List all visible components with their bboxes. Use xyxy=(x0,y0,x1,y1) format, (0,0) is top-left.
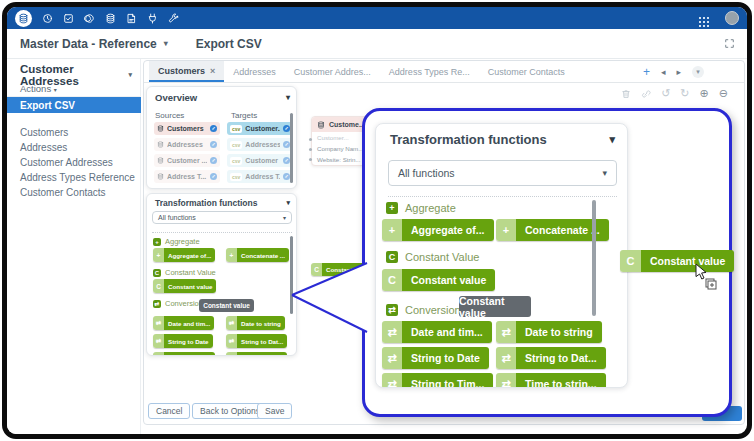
function-filter-select[interactable]: All functions▾ xyxy=(388,160,617,186)
tab-menu-icon[interactable]: ▾ xyxy=(692,66,704,78)
source-row-customers[interactable]: Customers✓ xyxy=(154,122,220,135)
app-grid-icon[interactable] xyxy=(699,17,701,19)
document-edit-icon[interactable] xyxy=(126,13,137,24)
function-chip-constant-value[interactable]: CConstant value xyxy=(382,269,495,291)
save-button[interactable]: Save xyxy=(257,403,292,419)
csv-badge: csv xyxy=(230,125,242,133)
zoom-out-icon[interactable]: ⊖ xyxy=(719,87,728,100)
chevron-down-icon: ▾ xyxy=(54,87,57,93)
aggregate-icon: + xyxy=(496,219,516,241)
function-chip-time-to-string[interactable]: ⇄Time to strin... xyxy=(496,373,606,388)
link-off-icon[interactable] xyxy=(641,89,651,99)
user-avatar[interactable] xyxy=(725,11,739,25)
database-icon xyxy=(317,121,325,129)
source-row-address-types[interactable]: Address T...✓ xyxy=(154,170,220,183)
target-row-customer2[interactable]: csv Customer ...✓ xyxy=(227,154,293,167)
target-row-customer[interactable]: csv Customer...✓ xyxy=(227,122,293,135)
sidebar-item-export-csv-active[interactable]: Export CSV xyxy=(7,97,141,113)
tab-address-types-reference[interactable]: Address Types Re... xyxy=(380,61,479,82)
zoom-in-icon[interactable]: ⊕ xyxy=(700,87,709,100)
function-chip-date-to-string[interactable]: ⇄Date to string xyxy=(226,316,285,330)
database-icon xyxy=(157,141,164,148)
target-row-addresses[interactable]: csv Addresses...✓ xyxy=(227,138,293,151)
clock-icon[interactable] xyxy=(42,13,53,24)
function-chip-constant-value[interactable]: CConstant value xyxy=(153,279,216,293)
task-check-icon[interactable] xyxy=(63,13,74,24)
tab-customers[interactable]: Customers × xyxy=(149,61,224,82)
chevron-down-icon: ▾ xyxy=(164,39,168,48)
undo-icon[interactable]: ↺ xyxy=(661,87,670,100)
divider xyxy=(388,196,617,197)
sidebar-item-customer-contacts[interactable]: Customer Contacts xyxy=(20,187,106,198)
add-tab-icon[interactable]: + xyxy=(643,65,650,79)
tab-customer-addresses[interactable]: Customer Addres... xyxy=(285,61,380,82)
category-aggregate: +Aggregate xyxy=(153,237,200,246)
cancel-button[interactable]: Cancel xyxy=(148,403,190,419)
trash-icon[interactable] xyxy=(621,89,631,99)
conversion-icon: ⇄ xyxy=(496,373,516,388)
function-chip-string-to-time[interactable]: ⇄String to Tim... xyxy=(382,373,493,388)
database-module-icon-active[interactable] xyxy=(15,10,32,27)
aggregate-icon: + xyxy=(153,248,164,262)
aggregate-icon: + xyxy=(226,248,237,262)
function-chip-string-to-datetime[interactable]: ⇄String to Dat... xyxy=(226,334,287,348)
function-chip-string-to-date[interactable]: ⇄String to Date xyxy=(153,334,213,348)
sidebar-item-addresses[interactable]: Addresses xyxy=(20,142,67,153)
sidebar-item-customers[interactable]: Customers xyxy=(20,127,68,138)
sidebar: Customer Addresses ▾ Actions ▾ Export CS… xyxy=(7,59,141,434)
redo-icon[interactable]: ↻ xyxy=(680,87,689,100)
function-chip-time-to-string[interactable]: ⇄Time to strin... xyxy=(226,352,287,356)
targets-label: Targets xyxy=(231,111,257,120)
database-icon[interactable] xyxy=(105,13,116,24)
tab-customer-contacts[interactable]: Customer Contacts xyxy=(479,61,574,82)
screenshot-frame: Master Data - Reference ▾ Export CSV Cus… xyxy=(0,0,754,441)
conversion-icon: ⇄ xyxy=(226,334,237,348)
target-row-address-types[interactable]: csv Address T...✓ xyxy=(227,170,293,183)
conversion-icon: ⇄ xyxy=(382,347,402,369)
source-row-customer[interactable]: Customer ...✓ xyxy=(154,154,220,167)
integration-icon[interactable] xyxy=(84,13,95,24)
function-filter-select[interactable]: All functions▾ xyxy=(152,211,292,224)
sidebar-item-customer-addresses[interactable]: Customer Addresses xyxy=(20,157,113,168)
scroll-tabs-right-icon[interactable]: ▸ xyxy=(676,67,681,77)
function-chip-string-to-date[interactable]: ⇄String to Date xyxy=(382,347,489,369)
function-chip-concatenate[interactable]: +Concatenate ... xyxy=(226,248,289,262)
scrollbar[interactable] xyxy=(290,113,293,183)
function-chip-date-to-string[interactable]: ⇄Date to string xyxy=(496,321,602,343)
function-chip-string-to-time[interactable]: ⇄String to Tim... xyxy=(153,352,215,356)
check-icon: ✓ xyxy=(210,173,217,180)
conversion-icon: ⇄ xyxy=(496,321,516,343)
scroll-tabs-left-icon[interactable]: ◂ xyxy=(661,67,666,77)
actions-menu[interactable]: Actions ▾ xyxy=(20,83,57,94)
collapse-caret-icon[interactable]: ▾ xyxy=(286,93,290,102)
conversion-icon: ⇄ xyxy=(382,373,402,388)
connector-port[interactable] xyxy=(309,138,312,141)
function-chip-date-and-time[interactable]: ⇄Date and tim... xyxy=(382,321,492,343)
function-chip-date-and-time[interactable]: ⇄Date and tim... xyxy=(153,316,214,330)
collapse-caret-icon[interactable]: ▾ xyxy=(609,133,615,146)
constant-value-icon: C xyxy=(153,279,164,293)
tab-bar: Customers × Addresses Customer Addres...… xyxy=(144,61,744,83)
database-icon xyxy=(157,173,164,180)
app-window: Master Data - Reference ▾ Export CSV Cus… xyxy=(2,2,752,439)
panel-title: Transformation functions xyxy=(155,198,257,208)
fullscreen-icon[interactable] xyxy=(724,38,735,49)
function-chip-aggregate-of[interactable]: +Aggregate of... xyxy=(382,219,494,241)
collapse-caret-icon[interactable]: ▾ xyxy=(286,199,290,207)
scrollbar[interactable] xyxy=(592,200,596,316)
wrench-icon[interactable] xyxy=(168,13,179,24)
connector-port[interactable] xyxy=(309,158,312,161)
tab-addresses[interactable]: Addresses xyxy=(224,61,285,82)
connector-port[interactable] xyxy=(309,148,312,151)
sidebar-item-address-types-reference[interactable]: Address Types Reference xyxy=(20,172,135,183)
category-constant-value: CConstant Value xyxy=(386,251,479,263)
aggregate-icon: + xyxy=(153,238,161,246)
sources-label: Sources xyxy=(155,111,184,120)
source-row-addresses[interactable]: Addresses✓ xyxy=(154,138,220,151)
conversion-icon: ⇄ xyxy=(226,316,237,330)
function-chip-string-to-datetime[interactable]: ⇄String to Dat... xyxy=(496,347,606,369)
app-switcher[interactable]: Master Data - Reference ▾ xyxy=(20,37,168,51)
tab-close-icon[interactable]: × xyxy=(210,66,215,76)
function-chip-aggregate-of[interactable]: +Aggregate of... xyxy=(153,248,215,262)
plug-icon[interactable] xyxy=(147,13,158,24)
